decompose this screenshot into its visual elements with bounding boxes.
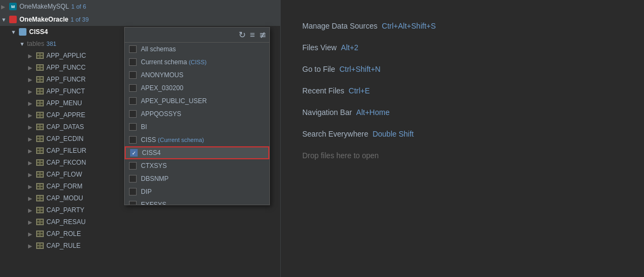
schema-item-apex-public[interactable]: APEX_PUBLIC_USER — [125, 94, 269, 107]
table-icon — [36, 229, 44, 238]
table-label: APP_FUNCR — [46, 76, 86, 83]
t-arrow: ▶ — [28, 136, 36, 142]
checkbox-current[interactable] — [129, 58, 137, 66]
table-label: CAP_MODU — [46, 194, 83, 202]
table-icon — [36, 158, 44, 167]
t-arrow: ▶ — [28, 89, 36, 94]
checkbox-apex030200[interactable] — [129, 84, 137, 92]
schema-label: CISS4 — [29, 28, 48, 36]
shortcut-search-everywhere: Search Everywhere Double Shift — [302, 130, 622, 138]
table-label: APP_FUNCT — [46, 87, 85, 95]
table-label: CAP_ROLE — [46, 230, 81, 238]
mysql-label: OneMakeMySQL — [19, 3, 69, 10]
table-icon — [36, 206, 44, 214]
checkbox-ciss[interactable] — [129, 136, 137, 144]
schema-item-label: CTXSYS — [141, 162, 167, 170]
schema-arrow: ▼ — [11, 29, 18, 35]
schema-item-dbsnmp[interactable]: DBSNMP — [125, 172, 269, 185]
schema-item-all[interactable]: All schemas — [125, 43, 269, 56]
checkbox-ctxsys[interactable] — [129, 162, 137, 170]
t-arrow: ▶ — [28, 100, 36, 106]
schema-item-dip[interactable]: DIP — [125, 185, 269, 198]
schema-item-current[interactable]: Current schema (CISS) — [125, 56, 269, 69]
table-icon — [36, 146, 44, 155]
sort-icon[interactable]: ≡ — [250, 30, 255, 40]
checkbox-appqossys[interactable] — [129, 110, 137, 118]
shortcut-label: Go to File — [302, 65, 335, 73]
checkbox-all[interactable] — [129, 45, 137, 53]
table-icon — [36, 218, 44, 226]
schema-item-anonymous[interactable]: ANONYMOUS — [125, 69, 269, 82]
oracle-connection[interactable]: ▼ OneMakeOracle 1 of 39 — [0, 13, 280, 26]
schema-item-label: APPQOSSYS — [141, 110, 181, 118]
table-icon — [36, 63, 44, 72]
shortcut-label: Navigation Bar — [302, 108, 352, 117]
schema-item-ciss[interactable]: CISS (Current schema) — [125, 133, 269, 146]
right-panel: Manage Data Sources Ctrl+Alt+Shift+S Fil… — [281, 0, 644, 277]
checkbox-anonymous[interactable] — [129, 71, 137, 79]
mysql-badge: 1 of 6 — [71, 3, 86, 10]
table-cap-party[interactable]: ▶ CAP_PARTY — [0, 204, 280, 216]
t-arrow: ▶ — [28, 65, 36, 71]
checkbox-bi[interactable] — [129, 123, 137, 131]
schema-item-label: Current schema (CISS) — [141, 58, 207, 66]
shortcut-key: Alt+Home — [356, 108, 390, 117]
shortcut-label: Search Everywhere — [302, 130, 368, 138]
table-icon — [36, 194, 44, 202]
schema-item-apex030200[interactable]: APEX_030200 — [125, 82, 269, 94]
mysql-arrow: ▶ — [1, 4, 9, 10]
table-label: APP_APPLIC — [46, 52, 86, 59]
shortcut-manage-data-sources: Manage Data Sources Ctrl+Alt+Shift+S — [302, 22, 622, 30]
schema-item-ciss4[interactable]: ✓ CISS4 — [125, 146, 269, 159]
checkbox-dip[interactable] — [129, 188, 137, 195]
t-arrow: ▶ — [28, 148, 36, 154]
dropdown-header: ↻ ≡ ≢ — [125, 28, 269, 43]
schema-item-exfsys[interactable]: EXFSYS — [125, 198, 269, 205]
schema-item-label: DIP — [141, 188, 152, 195]
checkbox-exfsys[interactable] — [129, 201, 137, 205]
checkbox-apex-public[interactable] — [129, 97, 137, 105]
shortcut-key: Alt+2 — [341, 43, 358, 52]
table-cap-role[interactable]: ▶ CAP_ROLE — [0, 228, 280, 240]
schema-item-label: CISS (Current schema) — [141, 136, 204, 144]
shortcut-key: Ctrl+E — [349, 86, 370, 95]
table-label: CAP_DATAS — [46, 123, 84, 131]
oracle-label: OneMakeOracle — [19, 16, 69, 23]
shortcut-files-view: Files View Alt+2 — [302, 43, 622, 52]
checkbox-ciss4[interactable]: ✓ — [130, 149, 138, 157]
schema-item-label: BI — [141, 123, 147, 131]
t-arrow: ▶ — [28, 231, 36, 237]
t-arrow: ▶ — [28, 124, 36, 130]
schema-dropdown: ↻ ≡ ≢ All schemas Current schema (CISS) … — [124, 27, 270, 205]
table-icon — [36, 241, 44, 250]
schema-item-bi[interactable]: BI — [125, 120, 269, 133]
schema-item-appqossys[interactable]: APPQOSSYS — [125, 107, 269, 120]
filter-icon[interactable]: ≢ — [259, 30, 266, 40]
t-arrow: ▶ — [28, 219, 36, 225]
table-label: CAP_RULE — [46, 242, 80, 249]
t-arrow: ▶ — [28, 243, 36, 249]
table-label: CAP_FLOW — [46, 171, 82, 178]
shortcut-recent-files: Recent Files Ctrl+E — [302, 86, 622, 95]
drop-hint-text: Drop files here to open — [302, 151, 379, 160]
t-arrow: ▶ — [28, 207, 36, 213]
table-icon — [36, 87, 44, 96]
table-icon — [36, 123, 44, 131]
checkbox-dbsnmp[interactable] — [129, 175, 137, 183]
table-cap-rule[interactable]: ▶ CAP_RULE — [0, 240, 280, 252]
t-arrow: ▶ — [28, 160, 36, 166]
shortcut-key: Ctrl+Alt+Shift+S — [382, 22, 436, 30]
t-arrow: ▶ — [28, 53, 36, 59]
table-label: CAP_FKCON — [46, 159, 86, 166]
schema-item-ctxsys[interactable]: CTXSYS — [125, 159, 269, 172]
schema-icon — [18, 28, 27, 36]
schema-item-label: CISS4 — [142, 149, 161, 157]
tables-count: 381 — [46, 40, 56, 47]
table-label: APP_MENU — [46, 99, 82, 107]
shortcut-go-to-file: Go to File Ctrl+Shift+N — [302, 65, 622, 73]
refresh-icon[interactable]: ↻ — [239, 30, 246, 40]
mysql-connection[interactable]: ▶ M OneMakeMySQL 1 of 6 — [0, 0, 280, 13]
oracle-badge: 1 of 39 — [71, 16, 89, 23]
shortcut-label: Files View — [302, 43, 337, 52]
table-cap-resau[interactable]: ▶ CAP_RESAU — [0, 216, 280, 228]
